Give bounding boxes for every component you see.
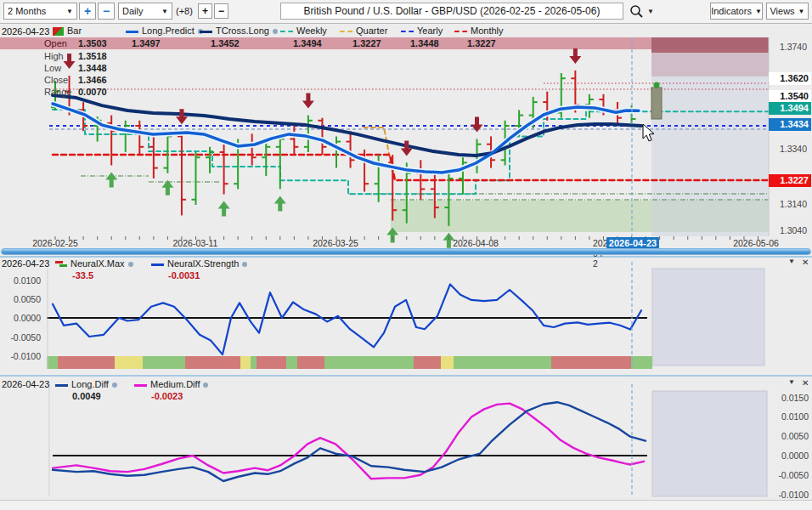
oscillator-axis-tick: -0.0050 [2,332,41,343]
close-panel-icon[interactable]: ✕ [802,378,809,388]
legend-label: Long.Diff [71,379,109,389]
price-axis-badge-1.3494: 1.3494 [769,102,811,115]
open-label: Open [44,38,67,48]
diff-axis-tick: 0.0150 [770,393,809,403]
open-value: 1.3503 [78,38,107,48]
bar-swatch-icon [53,27,64,36]
oscillator-axis-tick: 0.0000 [2,313,41,323]
legend-label: Long.Predict [142,26,195,36]
oscillator-axis-tick: 0.0050 [2,294,41,304]
info-dot-icon[interactable] [273,29,278,34]
main-crosshair-date: 2026-04-23 [2,26,49,37]
legend-label: TCross.Long [216,26,269,36]
legend-item-medium-diff[interactable]: Medium.Diff [134,379,208,389]
neuralx-panel-tools: ▼ ✕ [788,258,809,267]
legend-line-swatch [134,384,147,387]
legend-item-yearly[interactable]: Yearly [401,26,443,36]
high-value: 1.3518 [78,51,107,61]
legend-dash-swatch [401,31,414,32]
price-axis-tick: 1.3740 [768,42,807,52]
series-value-medium-diff: -0.0023 [151,391,183,401]
price-axis-badge-1.3620: 1.3620 [769,72,811,85]
oscillator-axis-tick: 0.0100 [2,275,41,286]
series-value-neuralx-strength: -0.0031 [168,270,200,280]
series-value-neuralx-max: -33.5 [72,270,93,280]
price-axis-tick: 1.3040 [768,225,807,235]
date-axis-label: 2026-03-11 [166,238,225,248]
legend-item-neuralx-strength[interactable]: NeuralX.Strength [151,258,247,269]
legend-label: Medium.Diff [150,379,200,389]
legend-item-monthly[interactable]: Monthly [454,26,504,36]
close-panel-icon[interactable]: ✕ [802,258,809,267]
legend-dash-swatch [280,31,293,32]
panel3-crosshair-date: 2026-04-23 [2,379,49,389]
series-value-long-diff: 0.0049 [72,391,101,401]
legend-label: NeuralX.Max [70,258,125,269]
info-dot-icon[interactable] [203,382,208,388]
info-dot-icon[interactable] [242,262,247,267]
price-axis-tick: 1.3140 [768,199,807,209]
diff-axis-tick: 0.0100 [770,411,809,422]
indicator-value-long-predict: 1.3497 [132,38,161,48]
legend-label: Weekly [296,26,327,36]
date-axis-label: 2026-05-06 [726,238,786,248]
legend-item-long-diff[interactable]: Long.Diff [55,379,117,389]
charts-overlay [0,0,812,510]
legend-label: Bar [67,26,82,36]
diff-axis-tick: -0.0100 [770,490,809,500]
diff-panel-tools: ▼ ✕ [788,378,809,388]
date-axis-label: 2026-03-25 [306,238,365,248]
indicator-value-monthly: 1.3227 [467,38,496,48]
legend-label: Monthly [471,26,504,36]
legend-item-neuralx-max[interactable]: NeuralX.Max [55,258,133,269]
collapse-panel-icon[interactable]: ▼ [788,378,795,388]
legend-line-swatch [151,264,164,266]
legend-label: Yearly [417,26,443,36]
price-axis-tick: 1.3340 [768,144,807,154]
legend-item-bar[interactable]: Bar [53,26,82,36]
legend-label: Quarter [356,26,387,36]
low-label: Low [44,63,61,73]
legend-dash-swatch [340,31,352,32]
trading-app-window: 2 Months ▼ + − Daily ▼ (+8) + − British … [0,0,812,510]
diff-axis-tick: 0.0000 [770,450,809,461]
legend-line-swatch [55,384,68,387]
legend-dash-swatch [454,31,467,32]
diff-axis-tick: -0.0050 [770,470,809,480]
indicator-value-weekly: 1.3494 [293,38,322,48]
indicator-value-quarter: 1.3227 [352,38,381,48]
info-dot-icon[interactable] [112,382,117,388]
price-axis-badge-1.3227: 1.3227 [769,174,811,187]
legend-item-weekly[interactable]: Weekly [280,26,327,36]
range-value: 0.0070 [78,87,107,97]
legend-item-long-predict[interactable]: Long.Predict [126,26,203,36]
oscillator-axis-tick: -0.0100 [2,351,41,361]
date-axis-label: 2026-02-25 [25,238,85,248]
legend-item-quarter[interactable]: Quarter [340,26,387,36]
horizontal-scrollbar[interactable] [1,248,811,255]
date-axis-label: 2026-04-08 [446,238,505,248]
high-label: High [44,51,64,61]
collapse-panel-icon[interactable]: ▼ [788,258,795,267]
range-label: Range [44,87,71,97]
indicator-value-yearly: 1.3448 [410,38,439,48]
neuralx-max-swatch-icon [55,260,67,269]
price-axis-badge-1.3434: 1.3434 [769,118,811,131]
panel2-crosshair-date: 2026-04-23 [2,258,49,269]
info-dot-icon[interactable] [128,262,133,267]
price-axis-badge-1.3540: 1.3540 [769,90,811,103]
close-value: 1.3466 [78,75,107,85]
legend-item-tcross-long[interactable]: TCross.Long [200,26,278,36]
legend-line-swatch [200,31,212,33]
diff-axis-tick: 0.0050 [770,431,809,441]
low-value: 1.3448 [78,63,107,73]
status-bar [0,500,812,510]
close-label: Close [44,75,68,85]
legend-label: NeuralX.Strength [167,258,239,269]
legend-line-swatch [126,31,138,33]
indicator-value-tcross-long: 1.3452 [211,38,240,48]
